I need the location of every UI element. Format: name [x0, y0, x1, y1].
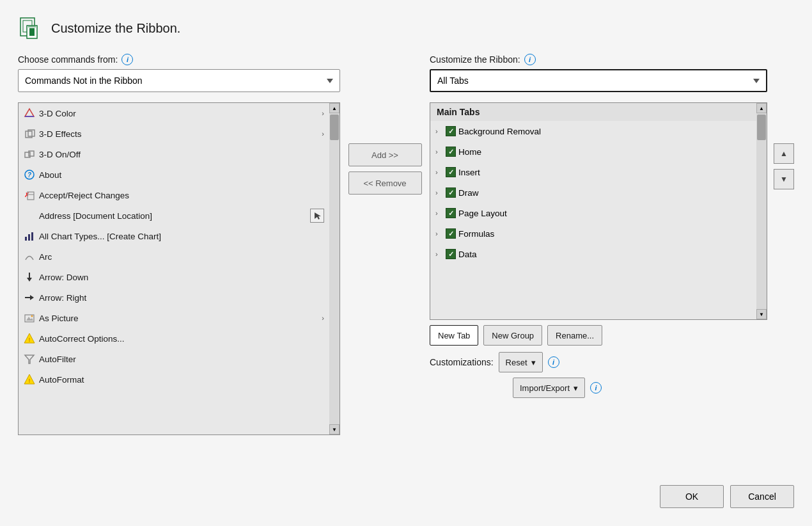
- tree-chevron-icon: ›: [435, 127, 443, 135]
- autocorrect-icon: !: [24, 333, 35, 344]
- tree-item-data[interactable]: › Data: [430, 244, 756, 264]
- svg-point-25: [31, 315, 33, 317]
- tree-item-page-layout[interactable]: › Page Layout: [430, 203, 756, 223]
- customizations-label: Customizations:: [430, 357, 494, 367]
- move-down-button[interactable]: ▼: [774, 169, 794, 189]
- ok-cancel-row: OK Cancel: [660, 485, 794, 508]
- list-item[interactable]: 3-D Color ›: [19, 103, 329, 124]
- chevron-right-icon: ›: [322, 314, 324, 322]
- tree-chevron-icon: ›: [435, 209, 443, 217]
- svg-marker-20: [27, 278, 32, 282]
- list-item[interactable]: All Chart Types... [Create Chart]: [19, 226, 329, 246]
- tree-chevron-icon: ›: [435, 189, 443, 196]
- item-label: AutoFormat: [39, 375, 84, 385]
- tree-item-formulas[interactable]: › Formulas: [430, 223, 756, 244]
- add-button[interactable]: Add >>: [348, 143, 422, 166]
- list-item[interactable]: AutoFilter: [19, 349, 329, 369]
- choose-commands-info-icon[interactable]: i: [121, 54, 133, 65]
- customize-ribbon-icon: [18, 15, 43, 41]
- scroll-up-btn[interactable]: ▲: [756, 103, 767, 113]
- svg-rect-9: [25, 152, 30, 157]
- list-item[interactable]: ! AutoCorrect Options...: [19, 328, 329, 349]
- list-item[interactable]: ? About: [19, 164, 329, 185]
- item-label: Arc: [39, 252, 52, 262]
- tree-item-draw[interactable]: › Draw: [430, 182, 756, 203]
- import-export-row: Import/Export ▾ i: [513, 378, 767, 398]
- 3d-effects-icon: [24, 128, 35, 139]
- list-item[interactable]: Arrow: Right: [19, 287, 329, 308]
- tree-checkbox-insert[interactable]: [446, 167, 456, 177]
- tree-item-label: Formulas: [458, 229, 494, 239]
- tab-group-buttons-row: New Tab New Group Rename...: [430, 325, 767, 346]
- ribbon-tabs-dropdown[interactable]: All Tabs Main Tabs Tool Tabs: [430, 69, 767, 92]
- svg-marker-5: [25, 109, 34, 116]
- svg-text:!: !: [29, 337, 31, 343]
- arrow-right-icon: [24, 292, 35, 303]
- scroll-down-btn[interactable]: ▼: [329, 424, 340, 434]
- list-item[interactable]: 3-D Effects ›: [19, 124, 329, 144]
- reset-info-icon[interactable]: i: [548, 356, 559, 368]
- new-tab-button[interactable]: New Tab: [430, 325, 478, 346]
- rename-button[interactable]: Rename...: [547, 325, 602, 346]
- item-left: AutoFilter: [24, 353, 324, 365]
- import-export-label: Import/Export: [520, 383, 570, 393]
- tree-checkbox-page-layout[interactable]: [446, 208, 456, 218]
- remove-button[interactable]: << Remove: [348, 171, 422, 195]
- list-item[interactable]: 3-D On/Off: [19, 144, 329, 164]
- commands-from-dropdown[interactable]: Commands Not in the Ribbon All Commands …: [18, 69, 340, 92]
- item-label: AutoCorrect Options...: [39, 334, 125, 344]
- tree-item-label: Background Removal: [458, 127, 541, 136]
- cancel-button[interactable]: Cancel: [730, 485, 794, 508]
- customize-ribbon-label: Customize the Ribbon:: [430, 54, 520, 65]
- new-group-button[interactable]: New Group: [483, 325, 542, 346]
- scroll-thumb[interactable]: [330, 115, 339, 140]
- tree-checkbox-home[interactable]: [446, 147, 456, 157]
- list-item[interactable]: As Picture ›: [19, 308, 329, 328]
- dialog-title: Customize the Ribbon.: [51, 21, 180, 36]
- ok-button[interactable]: OK: [660, 485, 724, 508]
- tree-item-background-removal[interactable]: › Background Removal: [430, 121, 756, 141]
- item-left: 3-D On/Off: [24, 148, 324, 160]
- tree-checkbox-background-removal[interactable]: [446, 126, 456, 136]
- item-label: AutoFilter: [39, 355, 76, 364]
- tree-checkbox-data[interactable]: [446, 249, 456, 259]
- list-item[interactable]: ! AutoFormat: [19, 369, 329, 390]
- scroll-thumb[interactable]: [757, 115, 766, 140]
- arc-icon: [24, 251, 35, 262]
- list-item[interactable]: Arc: [19, 246, 329, 267]
- tree-chevron-icon: ›: [435, 168, 443, 176]
- import-export-info-icon[interactable]: i: [590, 382, 602, 394]
- scroll-down-btn[interactable]: ▼: [756, 309, 767, 319]
- item-left: As Picture: [24, 312, 319, 324]
- reset-button[interactable]: Reset ▾: [499, 352, 543, 372]
- middle-panel: Add >> << Remove: [340, 54, 430, 195]
- item-left: Arc: [24, 251, 324, 262]
- move-up-button[interactable]: ▲: [774, 143, 794, 164]
- tree-chevron-icon: ›: [435, 230, 443, 237]
- tree-item-insert[interactable]: › Insert: [430, 162, 756, 182]
- import-export-button[interactable]: Import/Export ▾: [513, 378, 585, 398]
- scroll-up-btn[interactable]: ▲: [329, 103, 340, 113]
- svg-rect-17: [28, 234, 30, 241]
- list-item[interactable]: Arrow: Down: [19, 267, 329, 287]
- import-export-dropdown-icon: ▾: [574, 383, 578, 393]
- svg-rect-18: [31, 232, 33, 241]
- commands-list-box: 3-D Color › 3-D Effects ›: [18, 102, 340, 435]
- list-item[interactable]: ✗ Accept/Reject Changes: [19, 185, 329, 205]
- tree-item-home[interactable]: › Home: [430, 141, 756, 162]
- svg-rect-3: [29, 28, 35, 36]
- item-label: Arrow: Right: [39, 293, 86, 303]
- all-chart-icon: [24, 230, 35, 242]
- ribbon-tree-list-box: Main Tabs › Background Removal › Home: [430, 102, 767, 320]
- left-panel: Choose commands from: i Commands Not in …: [18, 54, 340, 435]
- as-picture-icon: [24, 312, 35, 324]
- autofilter-icon: [24, 353, 35, 365]
- tree-chevron-icon: ›: [435, 148, 443, 155]
- tree-checkbox-draw[interactable]: [446, 187, 456, 198]
- tree-checkbox-formulas[interactable]: [446, 228, 456, 239]
- right-list-scrollbar[interactable]: ▲ ▼: [756, 103, 767, 319]
- left-list-scrollbar[interactable]: ▲ ▼: [329, 103, 340, 434]
- list-item[interactable]: Address [Document Location]: [19, 205, 329, 226]
- commands-list-content: 3-D Color › 3-D Effects ›: [19, 103, 329, 434]
- customize-ribbon-info-icon[interactable]: i: [524, 54, 536, 65]
